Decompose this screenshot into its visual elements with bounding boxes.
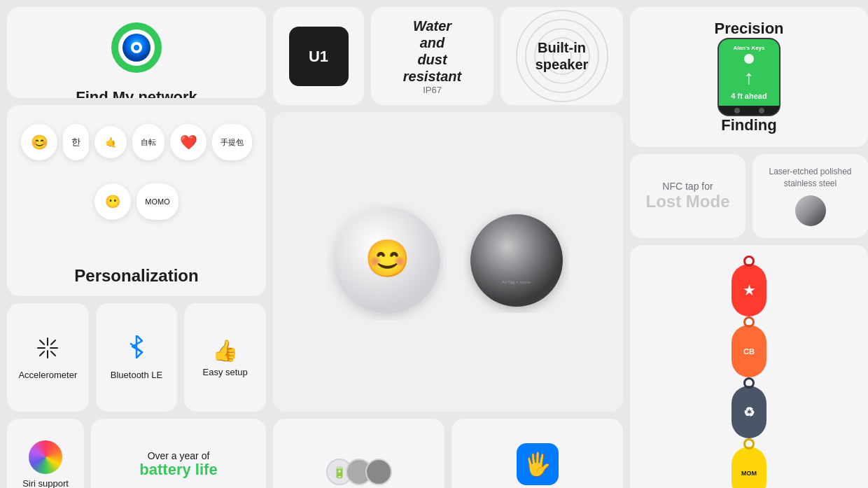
hand-icon: 🖐 bbox=[517, 443, 559, 485]
nfc-card: NFC tap for Lost Mode bbox=[630, 154, 746, 238]
bluetooth-card: Bluetooth LE bbox=[96, 303, 178, 412]
airtag-images: 😊 bbox=[328, 201, 569, 323]
u1-card: U1 bbox=[273, 7, 364, 105]
chip-korean: 한 bbox=[63, 124, 89, 160]
ring-dark bbox=[743, 377, 755, 389]
ring-red bbox=[743, 256, 755, 267]
chip-emoji2: 😶 bbox=[94, 183, 131, 220]
center-top-row: U1 Wateranddustresistant IP67 Built-insp… bbox=[273, 7, 623, 105]
tracking-card: 🖐 Unwanted tracking alerts bbox=[451, 419, 623, 488]
battery-card: Over a year of battery life bbox=[91, 419, 266, 488]
precision-right-label: Finding bbox=[721, 116, 776, 134]
steel-label: Laser-etched polished stainless steel bbox=[761, 166, 860, 190]
chip-japanese: 自転 bbox=[132, 124, 164, 160]
tag-yellow: MOM bbox=[732, 447, 766, 488]
svg-line-10 bbox=[51, 351, 55, 356]
chip-chinese: 手提包 bbox=[212, 124, 252, 160]
phone-distance: 4 ft ahead bbox=[731, 92, 766, 100]
chip-momo: MOMO bbox=[136, 183, 178, 220]
water-card: Wateranddustresistant IP67 bbox=[371, 7, 493, 105]
accelerometer-label: Accelerometer bbox=[18, 370, 77, 380]
nfc-label: NFC tap for bbox=[662, 181, 713, 192]
find-my-icon bbox=[108, 20, 164, 76]
ring-yellow bbox=[743, 438, 755, 449]
coin-3 bbox=[365, 459, 392, 485]
svg-point-4 bbox=[134, 45, 139, 50]
svg-text:😊: 😊 bbox=[364, 237, 410, 280]
airtag-back: AirTag • Apple bbox=[464, 208, 569, 316]
nfc-sublabel: Lost Mode bbox=[646, 192, 730, 211]
svg-line-12 bbox=[40, 351, 44, 356]
battery-replace-card: 🔋 User-replaceable battery bbox=[273, 419, 444, 488]
accessory-orange: CB bbox=[732, 316, 766, 377]
easy-setup-card: 👍 Easy setup bbox=[184, 303, 266, 412]
tag-orange: CB bbox=[732, 325, 766, 377]
left-column: Find My network 😊 한 🤙 自転 ❤️ 手提包 😶 MOMO P… bbox=[7, 7, 266, 488]
tag-red: ★ bbox=[732, 264, 766, 316]
center-column: U1 Wateranddustresistant IP67 Built-insp… bbox=[273, 7, 623, 488]
accelerometer-card: Accelerometer bbox=[7, 303, 89, 412]
right-column: Precision Alan's Keys ↑ 4 ft ahead Findi… bbox=[630, 7, 868, 488]
personalization-title: Personalization bbox=[74, 266, 198, 286]
accessory-dark: ♻ bbox=[732, 377, 766, 438]
siri-icon bbox=[29, 440, 62, 474]
water-subtitle: IP67 bbox=[423, 85, 442, 95]
battery-main-label: battery life bbox=[139, 461, 217, 478]
battery-coins: 🔋 bbox=[326, 459, 392, 485]
u1-label: U1 bbox=[309, 48, 328, 66]
chip-smiley: 😊 bbox=[21, 124, 57, 160]
svg-point-20 bbox=[470, 214, 563, 307]
u1-chip: U1 bbox=[289, 27, 349, 86]
airtag-front: 😊 bbox=[328, 201, 447, 323]
main-grid: Find My network 😊 한 🤙 自転 ❤️ 手提包 😶 MOMO P… bbox=[0, 0, 868, 488]
svg-text:AirTag • Apple: AirTag • Apple bbox=[502, 280, 531, 284]
speaker-title: Built-inspeaker bbox=[536, 39, 589, 73]
features-row: Accelerometer Bluetooth LE 👍 Easy setup bbox=[7, 303, 266, 412]
phone-bottom-bar bbox=[719, 106, 779, 114]
find-my-card: Find My network bbox=[7, 7, 266, 98]
easy-setup-label: Easy setup bbox=[203, 367, 248, 377]
circle-indicator bbox=[744, 54, 754, 64]
personalization-card: 😊 한 🤙 自転 ❤️ 手提包 😶 MOMO Personalization bbox=[7, 105, 266, 296]
phone-btn-2 bbox=[759, 108, 764, 113]
svg-line-9 bbox=[40, 340, 44, 344]
phone-btn-1 bbox=[734, 108, 740, 113]
precision-left-label: Precision bbox=[714, 20, 783, 38]
bluetooth-label: Bluetooth LE bbox=[111, 370, 162, 380]
nfc-row: NFC tap for Lost Mode Laser-etched polis… bbox=[630, 154, 868, 238]
precision-finding-card: Precision Alan's Keys ↑ 4 ft ahead Findi… bbox=[630, 7, 868, 147]
speaker-card: Built-inspeaker bbox=[500, 7, 623, 105]
emoji-chips: 😊 한 🤙 自転 ❤️ 手提包 😶 MOMO bbox=[7, 105, 266, 239]
steel-preview bbox=[795, 195, 826, 226]
chip-heart: ❤️ bbox=[170, 124, 206, 160]
accelerometer-icon bbox=[35, 335, 60, 365]
small-features-row: Siri support Over a year of battery life bbox=[7, 419, 266, 488]
svg-line-11 bbox=[51, 340, 55, 344]
airtag-card: 😊 bbox=[273, 112, 623, 412]
phone-arrow-icon: ↑ bbox=[744, 67, 754, 89]
thumbs-up-icon: 👍 bbox=[212, 338, 238, 363]
tag-dark: ♻ bbox=[732, 386, 766, 438]
phone-screen-title: Alan's Keys bbox=[733, 45, 764, 51]
phone-screen: Alan's Keys ↑ 4 ft ahead bbox=[719, 39, 779, 106]
find-my-title: Find My network bbox=[76, 88, 197, 98]
battery-top-label: Over a year of bbox=[148, 450, 210, 461]
steel-card: Laser-etched polished stainless steel bbox=[752, 154, 868, 238]
bluetooth-icon bbox=[126, 335, 147, 365]
chip-hand: 🤙 bbox=[94, 126, 127, 158]
ring-orange bbox=[743, 316, 755, 328]
siri-label: Siri support bbox=[22, 478, 69, 489]
phone-mockup: Alan's Keys ↑ 4 ft ahead bbox=[718, 38, 780, 116]
accessory-yellow: MOM bbox=[732, 438, 766, 488]
accessory-red: ★ bbox=[732, 256, 766, 316]
siri-card: Siri support bbox=[7, 419, 84, 488]
water-title: Wateranddustresistant bbox=[403, 18, 461, 85]
center-bottom-row: 🔋 User-replaceable battery 🖐 Unwanted tr… bbox=[273, 419, 623, 488]
accessories-card: ★ CB ♻ MOM bbox=[630, 245, 868, 488]
